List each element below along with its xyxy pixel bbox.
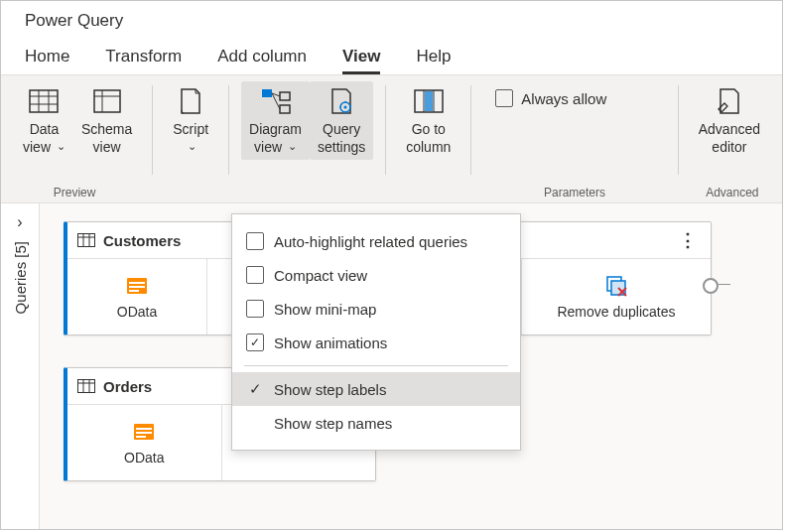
svg-point-14 (344, 106, 347, 109)
group-script: Script (157, 75, 224, 202)
group-parameters: Always allow Parameters (475, 75, 673, 202)
svg-rect-29 (129, 286, 145, 288)
queries-sidebar[interactable]: › Queries [5] (1, 203, 40, 529)
menu-compact-view[interactable]: Compact view (232, 258, 520, 292)
app-title: Power Query (1, 1, 782, 41)
step-odata[interactable]: OData (67, 259, 207, 334)
ribbon: Dataview Schemaview Preview Script (1, 74, 782, 203)
menu-divider (244, 365, 508, 366)
preview-group-label: Preview (1, 186, 148, 200)
step-label: OData (124, 450, 164, 466)
separator (678, 85, 679, 175)
advanced-editor-icon (714, 85, 745, 117)
svg-rect-41 (136, 432, 152, 434)
queries-count-label: Queries [5] (12, 241, 29, 314)
data-view-button[interactable]: Dataview (15, 81, 73, 160)
svg-rect-0 (30, 90, 58, 112)
svg-rect-42 (136, 436, 146, 438)
script-icon (175, 85, 206, 117)
separator (470, 85, 471, 175)
step-odata[interactable]: OData (67, 405, 222, 480)
step-remove-duplicates[interactable]: Remove duplicates (522, 259, 711, 334)
query-settings-icon (326, 85, 357, 117)
svg-rect-5 (94, 90, 120, 112)
group-diagram: Diagramview Querysettings (233, 75, 381, 202)
separator (152, 85, 153, 175)
checkbox-icon (495, 89, 513, 107)
advanced-group-label: Advanced (683, 186, 782, 200)
expand-icon[interactable]: › (17, 213, 22, 231)
go-to-column-button[interactable]: Go tocolumn (398, 81, 458, 160)
svg-rect-22 (425, 91, 433, 111)
svg-rect-8 (262, 89, 272, 97)
tab-view[interactable]: View (342, 41, 380, 74)
odata-icon (132, 420, 156, 444)
connector-line (719, 284, 730, 285)
always-allow-checkbox[interactable]: Always allow (483, 85, 618, 111)
checkbox-icon (246, 300, 264, 318)
checkbox-icon (246, 266, 264, 284)
group-advanced: Advancededitor Advanced (683, 75, 782, 202)
query-settings-button[interactable]: Querysettings (310, 81, 373, 160)
tab-home[interactable]: Home (25, 41, 69, 74)
data-view-icon (28, 85, 60, 117)
table-icon (77, 233, 95, 247)
diagram-view-button[interactable]: Diagramview (241, 81, 310, 160)
go-to-column-icon (413, 85, 445, 117)
tab-add-column[interactable]: Add column (217, 41, 307, 74)
svg-rect-30 (129, 290, 139, 292)
remove-duplicates-icon (604, 274, 628, 298)
separator (228, 85, 229, 175)
output-handle[interactable] (703, 278, 719, 294)
query-name: Customers (103, 232, 181, 249)
table-icon (77, 379, 95, 393)
separator (385, 85, 386, 175)
checkbox-checked-icon (246, 333, 264, 351)
menu-show-step-labels[interactable]: ✓ Show step labels (232, 372, 520, 406)
svg-rect-9 (280, 92, 290, 100)
group-preview: Dataview Schemaview Preview (1, 75, 148, 202)
svg-rect-35 (78, 380, 95, 393)
tab-help[interactable]: Help (416, 41, 451, 74)
menu-show-animations[interactable]: Show animations (232, 326, 520, 359)
menu-auto-highlight[interactable]: Auto-highlight related queries (232, 224, 520, 258)
diagram-view-dropdown: Auto-highlight related queries Compact v… (231, 213, 521, 451)
step-label: OData (117, 304, 157, 320)
svg-rect-10 (280, 105, 290, 113)
svg-rect-40 (136, 428, 152, 430)
more-menu-button[interactable]: ⋮ (673, 229, 701, 251)
diagram-view-icon (260, 85, 292, 117)
svg-rect-23 (78, 234, 95, 247)
schema-view-button[interactable]: Schemaview (73, 81, 140, 160)
parameters-group-label: Parameters (475, 186, 673, 200)
query-name: Orders (103, 378, 152, 395)
group-goto: Go tocolumn (390, 75, 466, 202)
step-label: Remove duplicates (557, 304, 675, 320)
svg-rect-28 (129, 282, 145, 284)
advanced-editor-button[interactable]: Advancededitor (691, 81, 768, 160)
ribbon-tabs: Home Transform Add column View Help (1, 41, 782, 74)
odata-icon (125, 274, 149, 298)
script-button[interactable]: Script (165, 81, 216, 160)
schema-view-icon (91, 85, 123, 117)
menu-show-step-names[interactable]: Show step names (232, 406, 520, 440)
check-icon: ✓ (246, 380, 264, 398)
tab-transform[interactable]: Transform (105, 41, 182, 74)
checkbox-icon (246, 232, 264, 250)
menu-show-minimap[interactable]: Show mini-map (232, 292, 520, 326)
